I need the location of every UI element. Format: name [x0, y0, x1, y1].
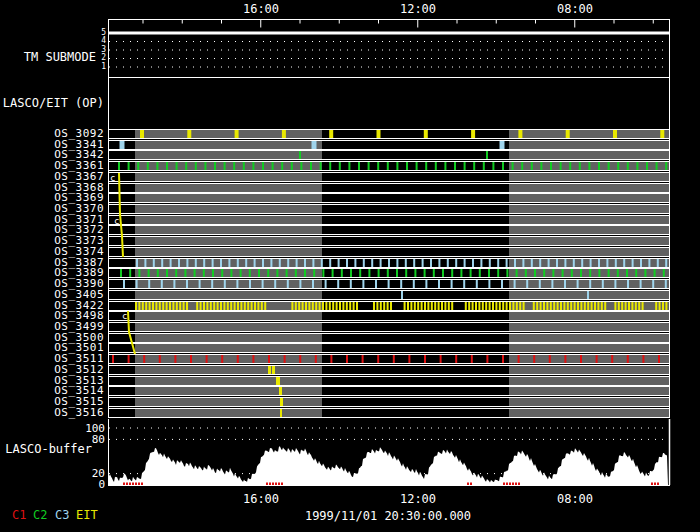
event-tick [500, 141, 505, 149]
event-tick [206, 355, 208, 363]
event-tick [506, 269, 508, 277]
event-tick [518, 130, 522, 138]
event-tick [656, 162, 658, 170]
event-tick [155, 302, 157, 310]
event-tick [237, 302, 239, 310]
lasco-eit-op-label: LASCO/EIT (OP) [0, 96, 104, 110]
event-tick [471, 130, 475, 138]
event-tick [441, 302, 443, 310]
row-label: OS_3516 [0, 407, 104, 418]
daylight-band [135, 409, 322, 417]
tm-ytick-label: 2 [92, 54, 106, 62]
schedule-stair-mark [280, 398, 283, 406]
event-tick [644, 269, 646, 277]
lasco-eit-timeline-screen: ccc TM SUBMODE LASCO/EIT (OP) LASCO-buff… [0, 0, 700, 532]
event-tick [315, 302, 317, 310]
event-tick [594, 302, 596, 310]
event-tick [213, 302, 215, 310]
daylight-band [135, 280, 322, 288]
event-tick [442, 269, 444, 277]
event-tick [608, 162, 610, 170]
event-tick [613, 130, 617, 138]
event-tick [244, 302, 246, 310]
event-tick [486, 151, 488, 159]
daylight-band [509, 130, 669, 138]
event-tick [451, 269, 453, 277]
event-tick [550, 302, 552, 310]
c1-event-mark [515, 483, 517, 486]
event-tick [329, 130, 333, 138]
event-tick [424, 130, 428, 138]
event-tick [143, 355, 145, 363]
event-tick [533, 355, 535, 363]
event-tick [346, 259, 348, 267]
c1-event-mark [654, 483, 656, 486]
event-tick [377, 355, 379, 363]
event-tick [577, 302, 579, 310]
event-tick [638, 302, 640, 310]
event-tick [623, 259, 625, 267]
event-tick [516, 269, 518, 277]
daylight-band [135, 205, 322, 213]
event-tick [617, 162, 619, 170]
event-tick [597, 302, 599, 310]
event-tick [488, 280, 490, 288]
event-tick [665, 259, 667, 267]
event-tick [539, 280, 541, 288]
event-tick [251, 302, 253, 310]
event-tick [564, 259, 566, 267]
daylight-band [135, 291, 322, 299]
event-tick [435, 162, 437, 170]
event-tick [404, 302, 406, 310]
event-tick [203, 302, 205, 310]
event-tick [540, 302, 542, 310]
event-tick [329, 302, 331, 310]
event-tick [631, 302, 633, 310]
event-tick [464, 162, 466, 170]
event-tick [166, 302, 168, 310]
event-tick [434, 302, 436, 310]
event-tick [536, 302, 538, 310]
daylight-band [509, 259, 669, 267]
event-tick [350, 280, 352, 288]
legend-eit: EIT [76, 509, 98, 521]
c1-event-mark [518, 483, 520, 486]
event-tick [602, 280, 604, 288]
event-tick [319, 302, 321, 310]
event-tick [427, 302, 429, 310]
event-tick [128, 355, 130, 363]
event-tick [444, 162, 446, 170]
event-tick [291, 302, 293, 310]
event-tick [580, 269, 582, 277]
event-tick [665, 302, 667, 310]
event-tick [408, 355, 410, 363]
daylight-band [509, 409, 669, 417]
event-tick [580, 355, 582, 363]
event-tick [224, 162, 226, 170]
legend-c2: C2 [33, 509, 47, 521]
event-tick [243, 162, 245, 170]
event-tick [252, 162, 254, 170]
event-tick [475, 302, 477, 310]
event-tick [665, 280, 667, 288]
event-tick [522, 259, 524, 267]
event-tick [489, 302, 491, 310]
event-tick [147, 162, 149, 170]
event-tick [525, 269, 527, 277]
event-tick [138, 302, 140, 310]
event-tick [210, 302, 212, 310]
event-tick [245, 259, 247, 267]
c1-event-mark [467, 483, 469, 486]
event-tick [472, 259, 474, 267]
event-tick [268, 355, 270, 363]
event-tick [214, 162, 216, 170]
event-tick [444, 302, 446, 310]
event-tick [512, 162, 514, 170]
event-tick [312, 302, 314, 310]
event-tick [393, 355, 395, 363]
top-axis-time-label: 08:00 [551, 3, 599, 15]
event-tick [580, 302, 582, 310]
daylight-band [135, 141, 322, 149]
event-tick [410, 302, 412, 310]
event-tick [543, 302, 545, 310]
